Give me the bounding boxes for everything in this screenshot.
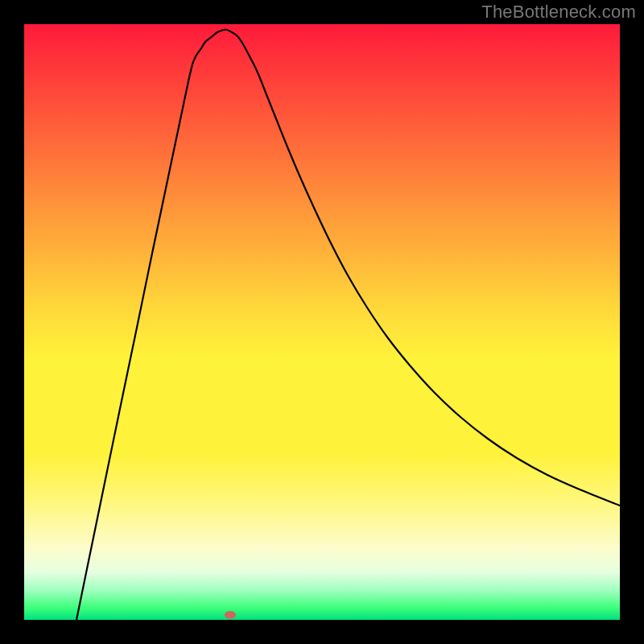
optimum-marker — [225, 611, 236, 619]
chart-frame: TheBottleneck.com — [0, 0, 644, 644]
plot-area — [24, 24, 620, 620]
watermark-text: TheBottleneck.com — [481, 3, 636, 21]
bottleneck-curve — [24, 24, 620, 620]
